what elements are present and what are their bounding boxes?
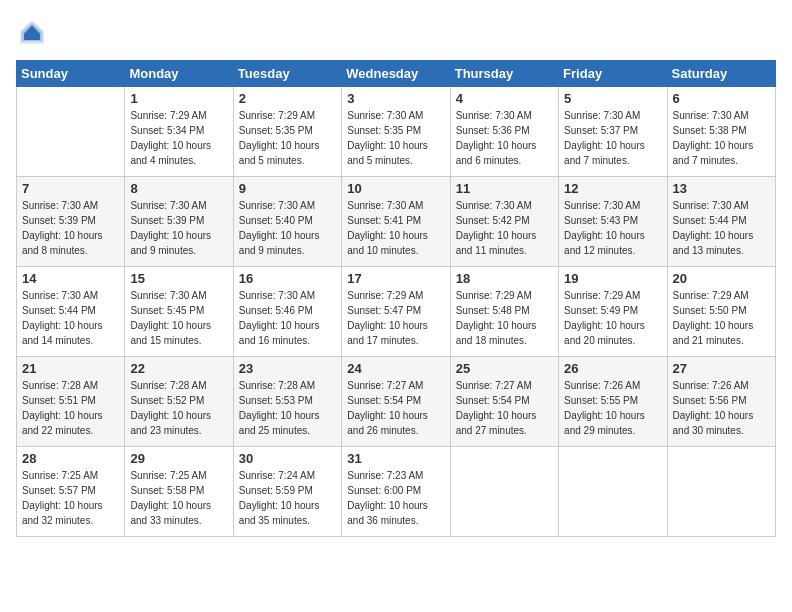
day-number: 16: [239, 271, 336, 286]
day-number: 11: [456, 181, 553, 196]
calendar-cell: 29Sunrise: 7:25 AM Sunset: 5:58 PM Dayli…: [125, 447, 233, 537]
day-number: 3: [347, 91, 444, 106]
day-number: 12: [564, 181, 661, 196]
day-number: 19: [564, 271, 661, 286]
day-info: Sunrise: 7:30 AM Sunset: 5:39 PM Dayligh…: [22, 198, 119, 258]
day-number: 15: [130, 271, 227, 286]
day-info: Sunrise: 7:28 AM Sunset: 5:52 PM Dayligh…: [130, 378, 227, 438]
calendar-cell: 21Sunrise: 7:28 AM Sunset: 5:51 PM Dayli…: [17, 357, 125, 447]
day-info: Sunrise: 7:30 AM Sunset: 5:45 PM Dayligh…: [130, 288, 227, 348]
calendar-body: 1Sunrise: 7:29 AM Sunset: 5:34 PM Daylig…: [17, 87, 776, 537]
day-number: 5: [564, 91, 661, 106]
day-number: 20: [673, 271, 770, 286]
calendar-cell: 13Sunrise: 7:30 AM Sunset: 5:44 PM Dayli…: [667, 177, 775, 267]
calendar-cell: 19Sunrise: 7:29 AM Sunset: 5:49 PM Dayli…: [559, 267, 667, 357]
calendar-cell: [667, 447, 775, 537]
calendar-table: SundayMondayTuesdayWednesdayThursdayFrid…: [16, 60, 776, 537]
header-day-sunday: Sunday: [17, 61, 125, 87]
day-info: Sunrise: 7:30 AM Sunset: 5:42 PM Dayligh…: [456, 198, 553, 258]
day-number: 13: [673, 181, 770, 196]
day-info: Sunrise: 7:28 AM Sunset: 5:53 PM Dayligh…: [239, 378, 336, 438]
day-info: Sunrise: 7:26 AM Sunset: 5:56 PM Dayligh…: [673, 378, 770, 438]
day-number: 21: [22, 361, 119, 376]
header-day-thursday: Thursday: [450, 61, 558, 87]
day-number: 25: [456, 361, 553, 376]
day-number: 30: [239, 451, 336, 466]
day-number: 22: [130, 361, 227, 376]
logo-icon: [16, 16, 48, 48]
calendar-week-5: 28Sunrise: 7:25 AM Sunset: 5:57 PM Dayli…: [17, 447, 776, 537]
calendar-cell: [450, 447, 558, 537]
day-info: Sunrise: 7:29 AM Sunset: 5:50 PM Dayligh…: [673, 288, 770, 348]
day-info: Sunrise: 7:30 AM Sunset: 5:38 PM Dayligh…: [673, 108, 770, 168]
calendar-cell: 1Sunrise: 7:29 AM Sunset: 5:34 PM Daylig…: [125, 87, 233, 177]
calendar-cell: 28Sunrise: 7:25 AM Sunset: 5:57 PM Dayli…: [17, 447, 125, 537]
day-info: Sunrise: 7:30 AM Sunset: 5:43 PM Dayligh…: [564, 198, 661, 258]
calendar-cell: 24Sunrise: 7:27 AM Sunset: 5:54 PM Dayli…: [342, 357, 450, 447]
calendar-cell: 3Sunrise: 7:30 AM Sunset: 5:35 PM Daylig…: [342, 87, 450, 177]
day-number: 9: [239, 181, 336, 196]
header-day-saturday: Saturday: [667, 61, 775, 87]
calendar-cell: 22Sunrise: 7:28 AM Sunset: 5:52 PM Dayli…: [125, 357, 233, 447]
day-info: Sunrise: 7:26 AM Sunset: 5:55 PM Dayligh…: [564, 378, 661, 438]
day-number: 29: [130, 451, 227, 466]
calendar-cell: 30Sunrise: 7:24 AM Sunset: 5:59 PM Dayli…: [233, 447, 341, 537]
day-info: Sunrise: 7:29 AM Sunset: 5:47 PM Dayligh…: [347, 288, 444, 348]
calendar-cell: 11Sunrise: 7:30 AM Sunset: 5:42 PM Dayli…: [450, 177, 558, 267]
calendar-cell: 4Sunrise: 7:30 AM Sunset: 5:36 PM Daylig…: [450, 87, 558, 177]
page-header: [16, 16, 776, 48]
day-info: Sunrise: 7:30 AM Sunset: 5:41 PM Dayligh…: [347, 198, 444, 258]
logo: [16, 16, 52, 48]
calendar-cell: 5Sunrise: 7:30 AM Sunset: 5:37 PM Daylig…: [559, 87, 667, 177]
calendar-cell: 27Sunrise: 7:26 AM Sunset: 5:56 PM Dayli…: [667, 357, 775, 447]
day-number: 26: [564, 361, 661, 376]
day-number: 8: [130, 181, 227, 196]
day-info: Sunrise: 7:29 AM Sunset: 5:48 PM Dayligh…: [456, 288, 553, 348]
day-info: Sunrise: 7:30 AM Sunset: 5:40 PM Dayligh…: [239, 198, 336, 258]
day-info: Sunrise: 7:29 AM Sunset: 5:34 PM Dayligh…: [130, 108, 227, 168]
header-day-tuesday: Tuesday: [233, 61, 341, 87]
day-info: Sunrise: 7:30 AM Sunset: 5:44 PM Dayligh…: [22, 288, 119, 348]
day-info: Sunrise: 7:30 AM Sunset: 5:37 PM Dayligh…: [564, 108, 661, 168]
day-info: Sunrise: 7:29 AM Sunset: 5:35 PM Dayligh…: [239, 108, 336, 168]
day-info: Sunrise: 7:30 AM Sunset: 5:35 PM Dayligh…: [347, 108, 444, 168]
day-number: 28: [22, 451, 119, 466]
header-day-friday: Friday: [559, 61, 667, 87]
calendar-cell: [17, 87, 125, 177]
day-info: Sunrise: 7:28 AM Sunset: 5:51 PM Dayligh…: [22, 378, 119, 438]
calendar-cell: 2Sunrise: 7:29 AM Sunset: 5:35 PM Daylig…: [233, 87, 341, 177]
calendar-cell: 25Sunrise: 7:27 AM Sunset: 5:54 PM Dayli…: [450, 357, 558, 447]
header-day-monday: Monday: [125, 61, 233, 87]
day-info: Sunrise: 7:24 AM Sunset: 5:59 PM Dayligh…: [239, 468, 336, 528]
calendar-cell: 18Sunrise: 7:29 AM Sunset: 5:48 PM Dayli…: [450, 267, 558, 357]
day-number: 27: [673, 361, 770, 376]
day-number: 10: [347, 181, 444, 196]
day-info: Sunrise: 7:30 AM Sunset: 5:36 PM Dayligh…: [456, 108, 553, 168]
calendar-cell: 20Sunrise: 7:29 AM Sunset: 5:50 PM Dayli…: [667, 267, 775, 357]
day-info: Sunrise: 7:30 AM Sunset: 5:46 PM Dayligh…: [239, 288, 336, 348]
calendar-week-4: 21Sunrise: 7:28 AM Sunset: 5:51 PM Dayli…: [17, 357, 776, 447]
day-info: Sunrise: 7:29 AM Sunset: 5:49 PM Dayligh…: [564, 288, 661, 348]
calendar-cell: [559, 447, 667, 537]
day-number: 7: [22, 181, 119, 196]
calendar-cell: 7Sunrise: 7:30 AM Sunset: 5:39 PM Daylig…: [17, 177, 125, 267]
calendar-cell: 17Sunrise: 7:29 AM Sunset: 5:47 PM Dayli…: [342, 267, 450, 357]
calendar-cell: 31Sunrise: 7:23 AM Sunset: 6:00 PM Dayli…: [342, 447, 450, 537]
calendar-cell: 14Sunrise: 7:30 AM Sunset: 5:44 PM Dayli…: [17, 267, 125, 357]
calendar-cell: 9Sunrise: 7:30 AM Sunset: 5:40 PM Daylig…: [233, 177, 341, 267]
day-info: Sunrise: 7:30 AM Sunset: 5:44 PM Dayligh…: [673, 198, 770, 258]
day-number: 23: [239, 361, 336, 376]
day-info: Sunrise: 7:27 AM Sunset: 5:54 PM Dayligh…: [347, 378, 444, 438]
day-number: 14: [22, 271, 119, 286]
day-info: Sunrise: 7:25 AM Sunset: 5:58 PM Dayligh…: [130, 468, 227, 528]
day-number: 18: [456, 271, 553, 286]
calendar-week-1: 1Sunrise: 7:29 AM Sunset: 5:34 PM Daylig…: [17, 87, 776, 177]
calendar-cell: 23Sunrise: 7:28 AM Sunset: 5:53 PM Dayli…: [233, 357, 341, 447]
day-info: Sunrise: 7:25 AM Sunset: 5:57 PM Dayligh…: [22, 468, 119, 528]
day-info: Sunrise: 7:27 AM Sunset: 5:54 PM Dayligh…: [456, 378, 553, 438]
calendar-cell: 8Sunrise: 7:30 AM Sunset: 5:39 PM Daylig…: [125, 177, 233, 267]
header-day-wednesday: Wednesday: [342, 61, 450, 87]
day-number: 6: [673, 91, 770, 106]
day-info: Sunrise: 7:30 AM Sunset: 5:39 PM Dayligh…: [130, 198, 227, 258]
header-row: SundayMondayTuesdayWednesdayThursdayFrid…: [17, 61, 776, 87]
